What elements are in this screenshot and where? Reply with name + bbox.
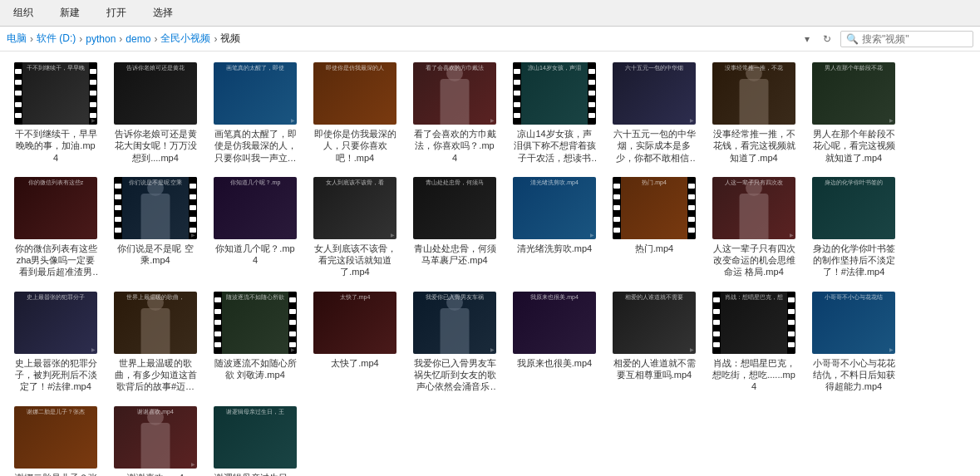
file-thumbnail: 你的微信列表有这些z xyxy=(14,177,97,239)
file-name-label: 史上最嚣张的犯罪分子，被判死刑后不淡定了！#法律.mp4 xyxy=(14,357,97,393)
file-item[interactable]: 我原来也很美.mp4我原来也很美.mp4 xyxy=(509,287,600,397)
file-thumbnail: 随波逐流不如随心所欲▶ xyxy=(214,292,297,354)
file-item[interactable]: 人这一辈子只有四次改▶人这一辈子只有四次改变命运的机会思维 命运 格局.mp4 xyxy=(708,173,800,282)
file-thumbnail: 凉山14岁女孩，声泪 xyxy=(513,62,596,125)
file-item[interactable]: 即使你是仿我最深的人即使你是仿我最深的人，只要你喜欢吧！.mp4 xyxy=(309,58,401,168)
file-name-label: 凉山14岁女孩，声泪俱下称不想背着孩子干农活，想读书考....mp4 xyxy=(513,128,596,164)
file-thumbnail: 太快了.mp4 xyxy=(313,292,396,354)
search-input[interactable] xyxy=(862,33,962,45)
file-item[interactable]: 画笔真的太醒了，即使▶画笔真的太醒了，即使是仿我最深的人，只要你叫我一声立马出现… xyxy=(209,58,301,168)
file-name-label: 相爱的人谁道就不需要互相尊重吗.mp4 xyxy=(613,357,696,381)
breadcrumb-drive[interactable]: 软件 (D:) xyxy=(37,32,76,46)
file-name-label: 六十五元一包的中华烟，实际成本是多少，你都不敢相信.mp4 xyxy=(613,128,696,164)
file-thumbnail: 女人到底该不该骨，看▶ xyxy=(313,177,396,239)
file-name-label: 干不到继续干，早早晚晚的事，加油.mp4 xyxy=(14,128,97,164)
file-item[interactable]: 谢逻辑母亲过生日，王谢逻辑母亲过生日，王菲送重礼，但是还是输给了张怡芝.mp4 xyxy=(209,402,301,476)
file-thumbnail: 谢谢喜欢.mp4▶ xyxy=(114,406,197,469)
toolbar-new-btn[interactable]: 新建 xyxy=(53,4,86,22)
file-name-label: 没事经常推一推，不花钱，看完这视频就知道了.mp4 xyxy=(712,128,795,164)
file-item[interactable]: 我爱你已入骨男友车祸▶我爱你已入骨男友车祸失忆听到女友的歌声心依然会涌音乐.mp… xyxy=(409,287,500,397)
file-thumbnail: 你知道几个呢？.mp xyxy=(214,177,297,239)
file-name-label: 清光绪洗剪吹.mp4 xyxy=(513,243,596,254)
breadcrumb-right: ▾ ↻ 🔍 xyxy=(800,31,973,47)
breadcrumb-sep-4: › xyxy=(154,33,157,45)
search-icon: 🔍 xyxy=(846,33,859,45)
file-name-label: 你们说是不是呢 空乘.mp4 xyxy=(114,243,197,267)
file-item[interactable]: 青山处处忠骨，何须马青山处处忠骨，何须马革裹尸还.mp4 xyxy=(409,173,500,282)
file-item[interactable]: 干不到继续干，早早晚▶干不到继续干，早早晚晚的事，加油.mp4 xyxy=(10,58,101,168)
file-name-label: 你知道几个呢？.mp4 xyxy=(214,243,297,267)
file-item[interactable]: 凉山14岁女孩，声泪凉山14岁女孩，声泪俱下称不想背着孩子干农活，想读书考...… xyxy=(509,58,600,168)
file-name-label: 随波逐流不如随心所欲 刘敬涛.mp4 xyxy=(214,357,297,381)
file-item[interactable]: 身边的化学你叶书签的身边的化学你叶书签的制作坚持后不淡定了！#法律.mp4 xyxy=(808,173,899,282)
toolbar-organize-btn[interactable]: 组织 xyxy=(7,4,40,22)
file-item[interactable]: 小哥哥不小心与花花结▶小哥哥不小心与花花结仇，不料日后知获得超能力.mp4 xyxy=(808,287,899,397)
file-thumbnail: 六十五元一包的中华烟▶ xyxy=(613,62,696,125)
file-thumbnail: 相爱的人谁道就不需要▶ xyxy=(613,292,696,354)
breadcrumb-bar: 电脑 › 软件 (D:) › python › demo › 全民小视频 › 视… xyxy=(0,27,980,52)
file-name-label: 热门.mp4 xyxy=(613,243,696,254)
file-item[interactable]: 清光绪洗剪吹.mp4▶清光绪洗剪吹.mp4 xyxy=(509,173,600,282)
file-thumbnail: 清光绪洗剪吹.mp4▶ xyxy=(513,177,596,239)
file-name-label: 小哥哥不小心与花花结仇，不料日后知获得超能力.mp4 xyxy=(812,357,895,393)
breadcrumb-current: 视频 xyxy=(220,32,240,46)
breadcrumb-pc[interactable]: 电脑 xyxy=(7,32,27,46)
file-thumbnail: 谢娜二胎是儿子？张杰 xyxy=(14,406,97,469)
file-name-label: 画笔真的太醒了，即使是仿我最深的人，只要你叫我一声立马出现在你面前#惑....m… xyxy=(214,128,297,164)
breadcrumb-sep-1: › xyxy=(30,33,33,45)
file-name-label: 我爱你已入骨男友车祸失忆听到女友的歌声心依然会涌音乐.mp4 xyxy=(413,357,496,393)
file-name-label: 谢逻辑母亲过生日，王菲送重礼，但是还是输给了张怡芝.mp4 xyxy=(214,472,297,476)
file-item[interactable]: 男人在那个年龄段不花▶男人在那个年龄段不花心呢，看完这视频就知道了.mp4 xyxy=(808,58,899,168)
file-item[interactable]: 世界上最温暖的歌曲，世界上最温暖的歌曲，有多少知道这首歌背后的故事#迈克尔杰..… xyxy=(110,287,201,397)
file-thumbnail: 干不到继续干，早早晚▶ xyxy=(14,62,97,125)
breadcrumb-demo[interactable]: demo xyxy=(126,33,150,45)
file-name-label: 谢谢喜欢.mp4 xyxy=(114,472,197,476)
file-item[interactable]: 谢娜二胎是儿子？张杰谢娜二胎是儿子？张杰儿女双全都开心！.mp4 xyxy=(10,402,101,476)
breadcrumb-python[interactable]: python xyxy=(86,33,116,45)
file-item[interactable]: 看了会喜欢的方巾戴法▶看了会喜欢的方巾戴法，你喜欢吗？.mp4 xyxy=(409,58,500,168)
file-name-label: 看了会喜欢的方巾戴法，你喜欢吗？.mp4 xyxy=(413,128,496,164)
file-thumbnail: 我爱你已入骨男友车祸▶ xyxy=(413,292,496,354)
file-grid: 干不到继续干，早早晚▶干不到继续干，早早晚晚的事，加油.mp4告诉你老娘可还是黄… xyxy=(10,58,970,476)
dropdown-arrow-icon[interactable]: ▾ xyxy=(800,32,814,46)
file-item[interactable]: 告诉你老娘可还是黄花告诉你老娘可还是黄花大闺女呢！万万没想到....mp4 xyxy=(110,58,201,168)
file-name-label: 即使你是仿我最深的人，只要你喜欢吧！.mp4 xyxy=(313,128,396,164)
breadcrumb-sep-5: › xyxy=(214,33,217,45)
file-item[interactable]: 六十五元一包的中华烟▶六十五元一包的中华烟，实际成本是多少，你都不敢相信.mp4 xyxy=(608,58,700,168)
content-area: 干不到继续干，早早晚▶干不到继续干，早早晚晚的事，加油.mp4告诉你老娘可还是黄… xyxy=(0,52,980,476)
file-name-label: 男人在那个年龄段不花心呢，看完这视频就知道了.mp4 xyxy=(812,128,895,164)
toolbar: 组织 新建 打开 选择 xyxy=(0,0,980,27)
file-name-label: 告诉你老娘可还是黄花大闺女呢！万万没想到....mp4 xyxy=(114,128,197,164)
file-thumbnail: 小哥哥不小心与花花结▶ xyxy=(812,292,895,354)
file-item[interactable]: 热门.mp4热门.mp4 xyxy=(608,173,700,282)
file-item[interactable]: 随波逐流不如随心所欲▶随波逐流不如随心所欲 刘敬涛.mp4 xyxy=(209,287,301,397)
file-item[interactable]: 你的微信列表有这些z你的微信列表有这些zha男头像吗一定要看到最后超准渣男 女生… xyxy=(10,173,101,282)
file-thumbnail: 青山处处忠骨，何须马 xyxy=(413,177,496,239)
file-thumbnail: 告诉你老娘可还是黄花 xyxy=(114,62,197,125)
file-thumbnail: 谢逻辑母亲过生日，王 xyxy=(214,406,297,469)
file-item[interactable]: 肖战：想唱星巴克，想肖战：想唱星巴克，想吃街，想吃......mp4 xyxy=(708,287,800,397)
file-thumbnail: 男人在那个年龄段不花▶ xyxy=(812,62,895,125)
refresh-icon[interactable]: ↻ xyxy=(819,31,835,47)
file-name-label: 青山处处忠骨，何须马革裹尸还.mp4 xyxy=(413,243,496,267)
file-name-label: 女人到底该不该骨，看完这段话就知道了.mp4 xyxy=(313,243,396,278)
breadcrumb-sep-2: › xyxy=(79,33,82,45)
file-item[interactable]: 你们说是不是呢 空乘▶你们说是不是呢 空乘.mp4 xyxy=(110,173,201,282)
toolbar-select-btn[interactable]: 选择 xyxy=(146,4,180,22)
file-thumbnail: 我原来也很美.mp4 xyxy=(513,292,596,354)
file-name-label: 人这一辈子只有四次改变命运的机会思维 命运 格局.mp4 xyxy=(712,243,795,278)
file-thumbnail: 即使你是仿我最深的人 xyxy=(313,62,396,125)
file-item[interactable]: 史上最嚣张的犯罪分子▶史上最嚣张的犯罪分子，被判死刑后不淡定了！#法律.mp4 xyxy=(10,287,101,397)
file-item[interactable]: 女人到底该不该骨，看▶女人到底该不该骨，看完这段话就知道了.mp4 xyxy=(309,173,401,282)
file-name-label: 肖战：想唱星巴克，想吃街，想吃......mp4 xyxy=(712,357,795,393)
file-item[interactable]: 你知道几个呢？.mp你知道几个呢？.mp4 xyxy=(209,173,301,282)
breadcrumb-app[interactable]: 全民小视频 xyxy=(160,32,210,46)
file-thumbnail: 肖战：想唱星巴克，想 xyxy=(712,292,795,354)
file-item[interactable]: 太快了.mp4太快了.mp4 xyxy=(309,287,401,397)
file-thumbnail: 热门.mp4 xyxy=(613,177,696,239)
file-item[interactable]: 没事经常推一推，不花没事经常推一推，不花钱，看完这视频就知道了.mp4 xyxy=(708,58,800,168)
search-box[interactable]: 🔍 xyxy=(840,31,973,47)
toolbar-open-btn[interactable]: 打开 xyxy=(100,4,133,22)
file-item[interactable]: 谢谢喜欢.mp4▶谢谢喜欢.mp4 xyxy=(110,402,201,476)
file-item[interactable]: 相爱的人谁道就不需要▶相爱的人谁道就不需要互相尊重吗.mp4 xyxy=(608,287,700,397)
